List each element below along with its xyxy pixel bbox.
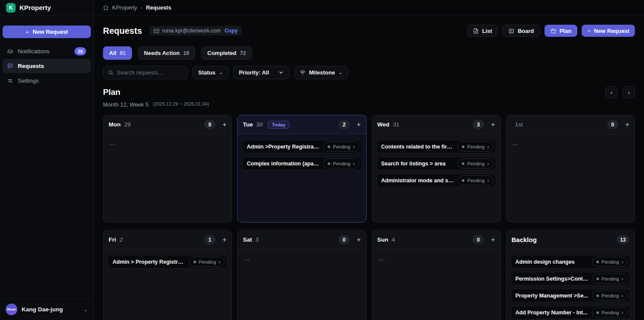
tab-completed[interactable]: Completed 72 — [201, 46, 252, 60]
add-request-button[interactable]: + — [357, 236, 361, 243]
request-card-title: Admin design changes — [515, 259, 575, 265]
column-count-badge: 0 — [607, 120, 618, 129]
board-icon — [509, 28, 514, 34]
view-button-plan[interactable]: Plan — [544, 25, 577, 37]
column-day-label: Mon — [109, 121, 121, 128]
chevron-right-icon: › — [621, 276, 623, 282]
status-dot-icon — [462, 162, 464, 165]
sidebar-item-requests[interactable]: Requests — [3, 59, 91, 73]
column-count-badge: 0 — [204, 120, 216, 129]
home-icon[interactable] — [103, 5, 109, 10]
status-dot-icon — [596, 294, 599, 297]
request-card[interactable]: Complex information (apart... Pending › — [242, 157, 361, 170]
request-card-title: Property Management >Se... — [515, 293, 588, 299]
status-label: Pending — [467, 161, 484, 166]
sidebar-item-label: Notifications — [18, 48, 50, 55]
column-date-label: 31 — [393, 121, 399, 128]
add-request-button[interactable]: + — [625, 121, 629, 128]
user-menu[interactable]: River Kang Dae-jung ⌄ — [0, 298, 93, 320]
plan-column-tue: Tue 30 Today 2 + Admin >Property Registr… — [237, 115, 366, 223]
request-card-title: Add Property Number - Int... — [515, 310, 588, 316]
request-card[interactable]: Add Property Number - Int... Pending › — [511, 306, 630, 319]
status-filter-button[interactable]: Status ⌄ — [193, 66, 229, 79]
status-dot-icon — [328, 162, 330, 165]
view-button-list[interactable]: List — [467, 25, 498, 37]
request-card[interactable]: Admin design changes Pending › — [511, 255, 630, 268]
status-badge: Pending › — [592, 274, 628, 284]
tab-needs-action[interactable]: Needs Action 19 — [138, 46, 196, 60]
page-header: Requests runai.kpr@clienwork.com Copy Li… — [103, 25, 635, 37]
status-dot-icon — [596, 311, 599, 314]
plus-icon: + — [587, 27, 591, 34]
column-count-badge: 2 — [338, 120, 350, 129]
app-name: KProperty — [19, 4, 51, 11]
add-request-button[interactable]: + — [222, 236, 226, 243]
plan-column-header: Wed 31 3 + — [372, 115, 500, 134]
request-card[interactable]: Admin >Property Registrati... Pending › — [242, 140, 361, 153]
status-badge: Pending › — [457, 158, 493, 168]
request-card[interactable]: Property Management >Se... Pending › — [511, 289, 630, 302]
request-card[interactable]: Permission Settings>Conta... Pending › — [511, 272, 630, 285]
add-request-button[interactable]: + — [357, 121, 361, 128]
chevron-right-icon: › — [353, 161, 355, 167]
plan-column-sat: Sat 3 0 + — — [237, 230, 366, 320]
chevron-right-icon: › — [628, 89, 630, 96]
column-day-label: Fri — [109, 236, 116, 243]
search-box — [103, 66, 188, 79]
week-navigation: ‹ › — [605, 86, 635, 98]
request-card[interactable]: Search for listings > area Pending › — [377, 157, 496, 170]
new-request-button-header[interactable]: + New Request — [582, 25, 635, 37]
priority-select[interactable]: Priority: All — [233, 66, 290, 79]
plan-column-header: Mon 29 0 + — [103, 115, 232, 134]
view-button-label: Plan — [560, 28, 571, 34]
breadcrumb-app[interactable]: KProperty — [112, 4, 137, 11]
request-card-title: Administrator mode and sit... — [381, 178, 454, 184]
copy-email-button[interactable]: Copy — [225, 28, 238, 34]
next-week-button[interactable]: › — [623, 86, 635, 98]
request-card[interactable]: Contents related to the first... Pending… — [377, 140, 496, 153]
new-request-button-sidebar[interactable]: + New Request — [3, 26, 91, 38]
tab-label: All — [109, 50, 116, 56]
request-card[interactable]: Administrator mode and sit... Pending › — [377, 174, 496, 187]
milestone-icon — [300, 70, 306, 75]
add-request-button[interactable]: + — [491, 121, 495, 128]
milestone-filter-button[interactable]: Milestone ⌄ — [294, 66, 348, 79]
add-request-button[interactable]: + — [222, 121, 226, 128]
status-label: Pending — [467, 144, 484, 149]
priority-select-value: Priority: All — [239, 69, 269, 76]
notification-count-badge: 35 — [74, 47, 86, 55]
column-count-badge: 3 — [473, 120, 484, 129]
column-date-label: 30 — [256, 121, 263, 128]
tab-all[interactable]: All 91 — [103, 46, 132, 60]
status-label: Pending — [602, 259, 619, 265]
chevron-down-icon: ⌄ — [219, 70, 223, 75]
column-card-list: — — [238, 249, 366, 269]
chevron-right-icon: › — [487, 178, 489, 184]
request-card-title: Complex information (apart... — [247, 161, 320, 167]
chevron-right-icon: › — [487, 161, 489, 167]
request-card-title: Admin >Property Registrati... — [247, 144, 320, 150]
status-dot-icon — [193, 261, 196, 263]
request-card[interactable]: Admin > Property Registrat... Pending › — [108, 255, 227, 268]
plan-column-sun: Sun 4 0 + — — [372, 230, 501, 320]
message-icon — [7, 63, 13, 69]
content: Requests runai.kpr@clienwork.com Copy Li… — [94, 16, 644, 320]
sidebar-item-settings[interactable]: Settings — [3, 74, 91, 88]
view-button-board[interactable]: Board — [502, 25, 540, 37]
plan-column-wed: Wed 31 3 + Contents related to the first… — [372, 115, 501, 223]
chevron-right-icon: › — [353, 144, 355, 150]
backlog-card-list: Admin design changes Pending › Permissio… — [506, 249, 634, 320]
column-card-list: Admin >Property Registrati... Pending › … — [238, 134, 366, 176]
chevron-down-icon — [278, 70, 284, 75]
add-request-button[interactable]: + — [491, 236, 495, 243]
sidebar: K KProperty + New Request Notifications … — [0, 0, 94, 320]
column-card-list: Contents related to the first... Pending… — [372, 134, 500, 193]
previous-week-button[interactable]: ‹ — [605, 86, 618, 98]
status-badge: Pending › — [457, 142, 493, 152]
sidebar-item-notifications[interactable]: Notifications 35 — [3, 44, 91, 58]
user-name: Kang Dae-jung — [22, 306, 63, 313]
milestone-filter-label: Milestone — [309, 69, 335, 76]
column-count-badge: 1 — [204, 235, 216, 244]
status-badge: Pending › — [592, 307, 628, 317]
search-input[interactable] — [117, 69, 183, 76]
